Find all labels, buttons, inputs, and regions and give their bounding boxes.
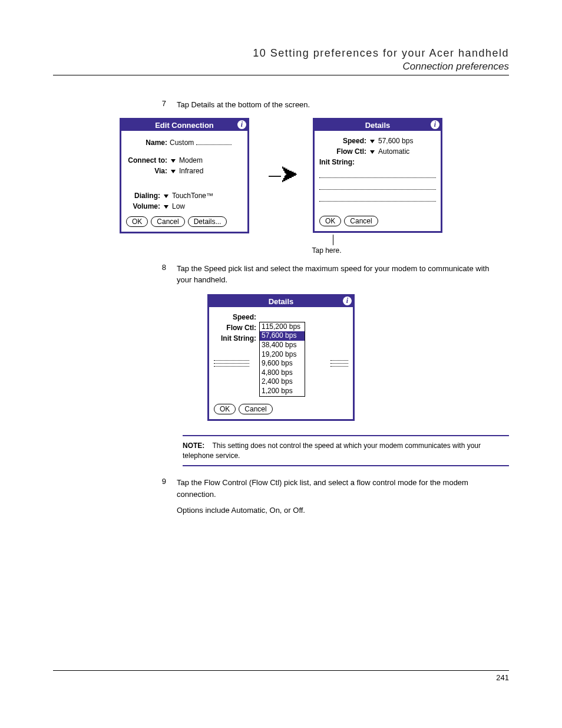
speed-option[interactable]: 19,200 bps [260, 350, 305, 360]
info-icon[interactable]: i [431, 120, 439, 129]
step-number: 7 [153, 99, 177, 111]
details-button[interactable]: Details... [188, 216, 227, 227]
info-icon[interactable]: i [343, 297, 352, 305]
step-text: Tap the Speed pick list and select the m… [177, 263, 509, 286]
page-footer: 241 [53, 670, 509, 682]
dropdown-arrow-icon[interactable] [370, 150, 375, 154]
name-value[interactable]: Custom [170, 139, 194, 147]
step-text-2: Options include Automatic, On, or Off. [177, 505, 503, 516]
init-line [330, 366, 348, 367]
dialog-title-text: Details [365, 121, 391, 130]
section-title: Connection preferences [53, 61, 509, 73]
dialog-title: Details i [315, 120, 441, 131]
ok-button[interactable]: OK [214, 404, 236, 414]
init-string-line[interactable] [319, 170, 436, 178]
figure-2: Details i Speed: Flow Ctl: Init String: [53, 294, 509, 421]
note-box: NOTE: This setting does not control the … [183, 435, 509, 467]
step-number: 8 [153, 263, 177, 286]
step-text: Tap the Flow Control (Flow Ctl) pick lis… [177, 477, 503, 500]
details-dialog: Details i Speed: 57,600 bps Flow Ctl: Au… [313, 118, 442, 233]
dialing-label: Dialing: [126, 192, 160, 200]
init-line [214, 363, 249, 364]
dialog-title-text: Edit Connection [155, 121, 214, 130]
page-header: 10 Setting preferences for your Acer han… [53, 47, 509, 75]
volume-value[interactable]: Low [172, 202, 185, 210]
init-string-line[interactable] [319, 193, 436, 202]
init-string-line[interactable] [319, 182, 436, 190]
note-label: NOTE: [183, 442, 204, 450]
edit-connection-dialog: Edit Connection i Name: Custom Connect t… [120, 118, 249, 233]
via-value[interactable]: Infrared [179, 167, 203, 175]
speed-option[interactable]: 38,400 bps [260, 341, 305, 350]
init-string-label: Init String: [214, 334, 256, 342]
dialog-title: Details i [209, 296, 353, 307]
note-text: This setting does not control the speed … [183, 442, 481, 460]
speed-dropdown-list[interactable]: 115,200 bps 57,600 bps 38,400 bps 19,200… [259, 322, 305, 397]
dropdown-arrow-icon[interactable] [164, 205, 168, 209]
dropdown-arrow-icon[interactable] [164, 195, 168, 198]
step-9: 9 Tap the Flow Control (Flow Ctl) pick l… [153, 477, 509, 516]
init-line [214, 360, 249, 361]
connect-to-label: Connect to: [126, 156, 167, 164]
speed-option[interactable]: 115,200 bps [260, 322, 305, 332]
dialog-title: Edit Connection i [121, 120, 247, 131]
connect-to-value[interactable]: Modem [179, 156, 203, 164]
dialog-title-text: Details [269, 297, 294, 306]
callout-text: Tap here. [144, 246, 509, 255]
speed-option[interactable]: 1,200 bps [260, 387, 305, 396]
init-line [330, 360, 348, 361]
cancel-button[interactable]: Cancel [239, 404, 272, 414]
speed-label: Speed: [214, 313, 256, 321]
details-dialog-expanded: Details i Speed: Flow Ctl: Init String: [207, 294, 355, 421]
figure-row-1: Edit Connection i Name: Custom Connect t… [53, 118, 509, 233]
ok-button[interactable]: OK [126, 216, 148, 227]
init-line [330, 363, 348, 364]
dropdown-arrow-icon[interactable] [171, 170, 176, 173]
via-label: Via: [126, 167, 167, 175]
speed-option[interactable]: 9,600 bps [260, 359, 305, 368]
step-8: 8 Tap the Speed pick list and select the… [153, 263, 509, 286]
name-label: Name: [126, 139, 167, 147]
arrow-right-icon: ⸺➤ [267, 166, 295, 185]
speed-label: Speed: [319, 137, 366, 145]
flow-label: Flow Ctl: [319, 147, 366, 156]
cancel-button[interactable]: Cancel [344, 216, 378, 226]
init-line [214, 366, 249, 367]
dropdown-arrow-icon[interactable] [171, 159, 176, 163]
flow-value[interactable]: Automatic [378, 147, 409, 156]
dialing-value[interactable]: TouchTone™ [172, 192, 213, 200]
init-string-label: Init String: [319, 158, 355, 166]
info-icon[interactable]: i [237, 120, 246, 129]
name-input-line[interactable] [196, 137, 232, 145]
step-7: 7 Tap Details at the bottom of the scree… [153, 99, 509, 111]
volume-label: Volume: [126, 202, 160, 210]
dropdown-arrow-icon[interactable] [370, 140, 375, 143]
cancel-button[interactable]: Cancel [151, 216, 184, 227]
step-text: Tap Details at the bottom of the screen. [177, 99, 509, 111]
speed-option[interactable]: 4,800 bps [260, 368, 305, 378]
step-number: 9 [153, 477, 177, 516]
speed-option[interactable]: 2,400 bps [260, 377, 305, 387]
ok-button[interactable]: OK [319, 216, 341, 226]
speed-option-selected[interactable]: 57,600 bps [260, 331, 305, 341]
page-number: 241 [496, 673, 509, 682]
flow-label: Flow Ctl: [214, 324, 256, 332]
speed-value[interactable]: 57,600 bps [378, 137, 413, 145]
chapter-title: 10 Setting preferences for your Acer han… [53, 47, 509, 60]
